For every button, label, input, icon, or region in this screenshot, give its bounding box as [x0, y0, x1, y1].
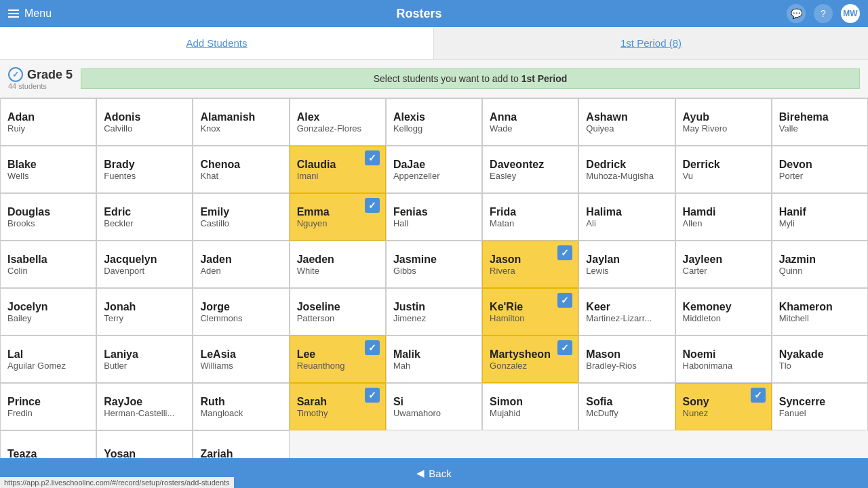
student-card[interactable]: RayJoeHerman-Castelli...	[96, 383, 193, 430]
student-card[interactable]: AnnaWade	[482, 98, 578, 146]
student-card[interactable]: DouglasBrooks	[0, 193, 96, 241]
student-card[interactable]: JazminQuinn	[772, 241, 868, 288]
student-card[interactable]: MartysheonGonzalez✓	[482, 336, 578, 383]
avatar[interactable]: MW	[841, 4, 860, 23]
grade-info: ✓ Grade 5 44 students	[8, 67, 73, 90]
student-last-name: Gibbs	[393, 266, 475, 276]
student-card[interactable]: EdricBeckler	[96, 193, 193, 241]
student-card[interactable]: LalAguilar Gomez	[0, 336, 96, 383]
student-card[interactable]: SarahTimothy✓	[290, 383, 386, 430]
student-first-name: Hanif	[779, 205, 861, 218]
student-card[interactable]: JaylanLewis	[578, 241, 675, 288]
student-card[interactable]: ChenoaKhat	[193, 146, 289, 193]
student-card[interactable]: KeerMartinez-Lizarr...	[578, 288, 675, 336]
student-card[interactable]: JoselinePatterson	[290, 288, 386, 336]
student-card[interactable]: Zariah	[193, 430, 289, 458]
student-card[interactable]: Ke'RieHamilton✓	[482, 288, 578, 336]
student-card[interactable]: KhameronMitchell	[772, 288, 868, 336]
student-card[interactable]: EmmaNguyen✓	[290, 193, 386, 241]
student-card[interactable]: AlexisKellogg	[386, 98, 482, 146]
student-last-name: Hamilton	[490, 313, 571, 323]
add-students-link[interactable]: Add Students	[186, 37, 247, 49]
student-first-name: Fenias	[393, 205, 475, 218]
chat-icon[interactable]: 💬	[787, 4, 806, 23]
student-last-name: Mujahid	[490, 408, 571, 418]
student-card[interactable]: PrinceFredin	[0, 383, 96, 430]
student-card[interactable]: Yosan	[96, 430, 193, 458]
student-card[interactable]: JaedenWhite	[290, 241, 386, 288]
student-first-name: Douglas	[7, 205, 89, 218]
student-card[interactable]: IsabellaColin	[0, 241, 96, 288]
student-card[interactable]: SofiaMcDuffy	[578, 383, 675, 430]
student-card[interactable]: LeAsiaWilliams	[193, 336, 289, 383]
student-card[interactable]: DevonPorter	[772, 146, 868, 193]
student-first-name: Kemoney	[683, 300, 764, 313]
student-card[interactable]: HamdiAllen	[675, 193, 772, 241]
student-card[interactable]: EmilyCastillo	[193, 193, 289, 241]
student-card[interactable]: BirehemaValle	[772, 98, 868, 146]
student-first-name: Laniya	[104, 348, 185, 361]
student-card[interactable]: HanifMyli	[772, 193, 868, 241]
student-first-name: Edric	[104, 205, 185, 218]
student-last-name: Wade	[490, 123, 571, 134]
student-card[interactable]: JacquelynDavenport	[96, 241, 193, 288]
student-card[interactable]: FridaMatan	[482, 193, 578, 241]
student-card[interactable]: JorgeClemmons	[193, 288, 289, 336]
student-card[interactable]: AdanRuiy	[0, 98, 96, 146]
student-card[interactable]: MasonBradley-Rios	[578, 336, 675, 383]
student-card[interactable]: BradyFuentes	[96, 146, 193, 193]
student-card[interactable]: FeniasHall	[386, 193, 482, 241]
student-card[interactable]: LeeReuanthong✓	[290, 336, 386, 383]
student-card[interactable]: NyakadeTlo	[772, 336, 868, 383]
student-card[interactable]: JayleenCarter	[675, 241, 772, 288]
student-card[interactable]: JasmineGibbs	[386, 241, 482, 288]
student-first-name: Brady	[104, 158, 185, 171]
student-card[interactable]: SyncerreFanuel	[772, 383, 868, 430]
student-card[interactable]: JustinJimenez	[386, 288, 482, 336]
student-card[interactable]: DerrickVu	[675, 146, 772, 193]
student-card[interactable]: DaveontezEasley	[482, 146, 578, 193]
student-first-name: Syncerre	[779, 395, 861, 408]
student-card[interactable]: SimonMujahid	[482, 383, 578, 430]
student-card[interactable]: KemoneyMiddleton	[675, 288, 772, 336]
back-button[interactable]: ◀ Back	[416, 467, 451, 479]
student-card[interactable]: BlakeWells	[0, 146, 96, 193]
checkmark-icon: ✓	[557, 340, 572, 355]
student-last-name: Reuanthong	[297, 361, 378, 371]
student-first-name: Ashawn	[586, 110, 667, 123]
period-link[interactable]: 1st Period (8)	[620, 37, 682, 49]
checkmark-icon: ✓	[365, 198, 380, 213]
student-card[interactable]: JasonRivera✓	[482, 241, 578, 288]
help-icon[interactable]: ?	[814, 4, 833, 23]
student-last-name: Quiyea	[586, 123, 667, 134]
student-card[interactable]: AdonisCalvillo	[96, 98, 193, 146]
students-grid: AdanRuiyAdonisCalvilloAlamanishKnoxAlexG…	[0, 98, 868, 458]
student-first-name: Devon	[779, 158, 861, 171]
student-card[interactable]: LaniyaButler	[96, 336, 193, 383]
menu-label: Menu	[24, 7, 52, 20]
student-card[interactable]: AlamanishKnox	[193, 98, 289, 146]
student-card[interactable]: AlexGonzalez-Flores	[290, 98, 386, 146]
student-card[interactable]: DedrickMuhoza-Mugisha	[578, 146, 675, 193]
student-card[interactable]: HalimaAli	[578, 193, 675, 241]
student-last-name: Gonzalez	[490, 361, 571, 371]
student-card[interactable]: NoemiHabonimana	[675, 336, 772, 383]
student-card[interactable]: Teaza	[0, 430, 96, 458]
student-last-name: Gonzalez-Flores	[297, 123, 378, 134]
student-card[interactable]: JadenAden	[193, 241, 289, 288]
student-card[interactable]: SonyNunez✓	[675, 383, 772, 430]
student-card[interactable]: AyubMay Rivero	[675, 98, 772, 146]
student-card[interactable]: DaJaeAppenzeller	[386, 146, 482, 193]
student-first-name: Malik	[393, 348, 475, 361]
menu-button[interactable]: Menu	[8, 7, 52, 20]
student-card[interactable]: JocelynBailey	[0, 288, 96, 336]
student-card[interactable]: ClaudiaImani✓	[290, 146, 386, 193]
student-card[interactable]: SiUwamahoro	[386, 383, 482, 430]
student-card[interactable]: RuthMangloack	[193, 383, 289, 430]
student-last-name: Myli	[779, 218, 861, 228]
student-last-name: Bradley-Rios	[586, 361, 667, 371]
student-card[interactable]: AshawnQuiyea	[578, 98, 675, 146]
student-card[interactable]: MalikMah	[386, 336, 482, 383]
student-card[interactable]: JonahTerry	[96, 288, 193, 336]
student-last-name: Tlo	[779, 361, 861, 371]
